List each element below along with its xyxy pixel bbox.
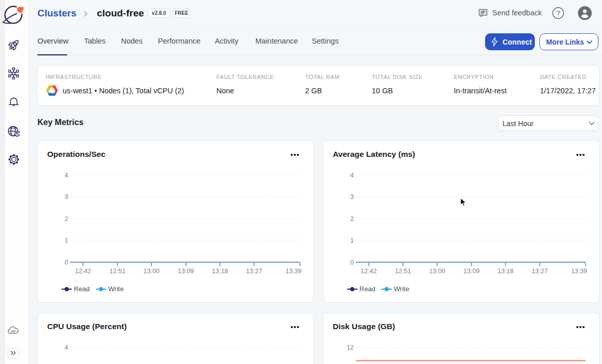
svg-text:13:09: 13:09 bbox=[464, 268, 479, 275]
svg-text:13:27: 13:27 bbox=[246, 268, 262, 275]
svg-text:0: 0 bbox=[65, 259, 68, 266]
svg-text:12:42: 12:42 bbox=[75, 268, 91, 275]
svg-text:13:18: 13:18 bbox=[212, 268, 228, 275]
svg-text:2: 2 bbox=[65, 215, 68, 223]
svg-text:13:39: 13:39 bbox=[286, 268, 302, 275]
svg-text:12:51: 12:51 bbox=[109, 268, 125, 275]
svg-text:?: ? bbox=[556, 9, 560, 17]
svg-text:2: 2 bbox=[350, 215, 354, 223]
svg-text:1: 1 bbox=[350, 237, 354, 244]
svg-text:3: 3 bbox=[65, 193, 68, 200]
svg-text:12: 12 bbox=[347, 344, 354, 351]
svg-text:12:42: 12:42 bbox=[360, 268, 376, 275]
svg-text:0: 0 bbox=[350, 259, 354, 266]
svg-text:13:09: 13:09 bbox=[178, 268, 194, 275]
svg-text:4: 4 bbox=[65, 172, 68, 179]
svg-text:13:39: 13:39 bbox=[571, 268, 587, 275]
svg-text:3: 3 bbox=[350, 193, 354, 200]
svg-text:13:00: 13:00 bbox=[429, 268, 445, 275]
svg-text:4: 4 bbox=[65, 344, 68, 351]
svg-text:4: 4 bbox=[350, 172, 354, 179]
svg-text:13:27: 13:27 bbox=[532, 268, 548, 275]
svg-text:13:00: 13:00 bbox=[144, 268, 159, 275]
svg-text:13:18: 13:18 bbox=[497, 268, 513, 275]
svg-text:12:51: 12:51 bbox=[395, 268, 411, 275]
svg-text:1: 1 bbox=[65, 237, 68, 244]
